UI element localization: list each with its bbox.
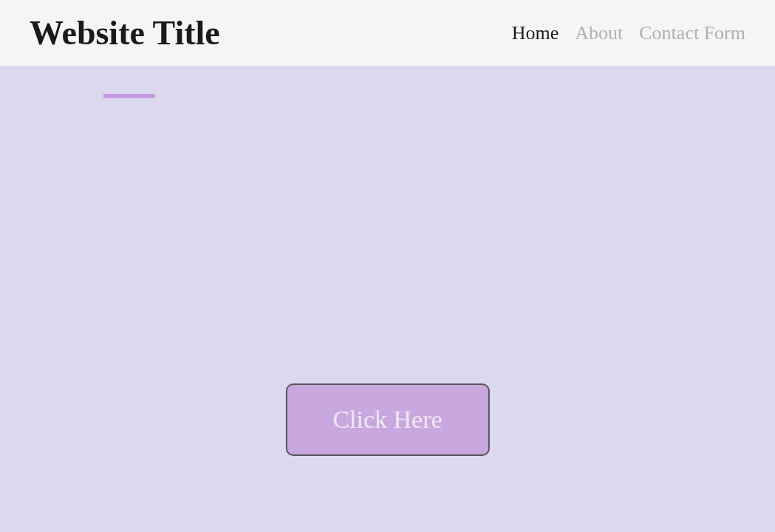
nav-link-home[interactable]: Home — [512, 22, 559, 44]
hero-section: Click Here — [0, 66, 775, 532]
nav-link-contact[interactable]: Contact Form — [639, 22, 745, 44]
accent-bar — [103, 94, 155, 98]
cta-button[interactable]: Click Here — [285, 383, 489, 456]
nav-link-about[interactable]: About — [575, 22, 623, 44]
main-nav: Home About Contact Form — [512, 22, 745, 44]
site-title: Website Title — [30, 13, 220, 52]
header: Website Title Home About Contact Form — [0, 0, 775, 66]
